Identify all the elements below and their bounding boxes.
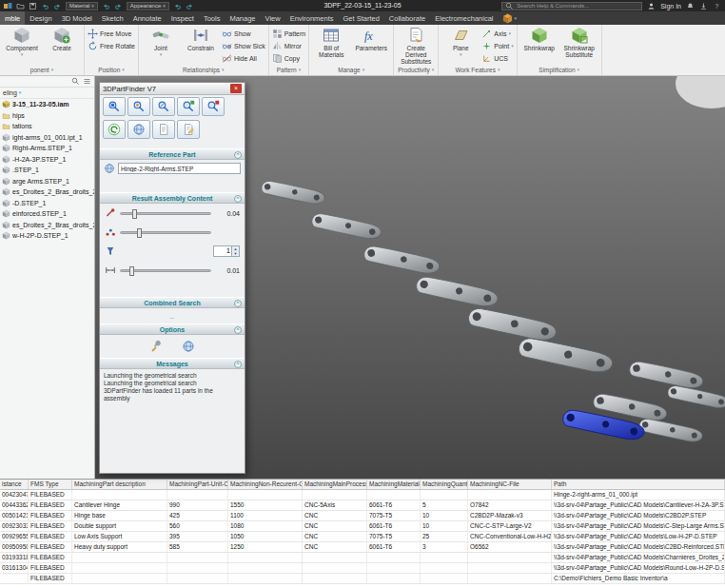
ribbon-button-ucs[interactable]: UCS bbox=[481, 53, 513, 64]
browser-filter-dropdown[interactable]: eling ▾ bbox=[0, 88, 94, 99]
close-icon[interactable]: × bbox=[230, 84, 242, 93]
ribbon-button-free-rotate[interactable]: Free Rotate bbox=[88, 41, 135, 51]
appearance-undo-icon[interactable] bbox=[173, 2, 182, 10]
collapse-icon[interactable]: ^ bbox=[234, 361, 242, 368]
table-row[interactable]: 00501421468782062FILEBASEDHinge base4251… bbox=[0, 511, 725, 521]
column-header-machiningquantity[interactable]: MachiningQuantity bbox=[421, 480, 468, 489]
tab-design[interactable]: Design bbox=[25, 11, 56, 25]
browser-item[interactable]: arge Arms.STEP_1 bbox=[0, 176, 94, 187]
parameter-slider[interactable] bbox=[120, 231, 211, 234]
table-row[interactable]: 00950950797219629FILEBASEDHeavy duty sup… bbox=[0, 542, 725, 553]
column-header-machiningnon-recurent-cost[interactable]: MachiningNon-Recurent-Cost bbox=[228, 480, 303, 489]
reference-part-input[interactable] bbox=[118, 163, 241, 174]
download-icon[interactable] bbox=[699, 2, 708, 10]
search-icon[interactable] bbox=[71, 77, 80, 86]
partfinder-title-bar[interactable]: 3DPartFinder V7 × bbox=[100, 83, 245, 95]
ribbon-button-show-sick[interactable]: Show Sick bbox=[222, 41, 265, 51]
globe-icon[interactable] bbox=[182, 340, 195, 353]
parameter-slider[interactable] bbox=[120, 269, 211, 272]
browser-item[interactable]: -H-2A-3P.STEP_1 bbox=[0, 154, 94, 166]
slider-handle[interactable] bbox=[137, 228, 142, 238]
search-3d-part-button[interactable] bbox=[103, 97, 126, 116]
table-row[interactable]: 00923033094273122FILEBASEDDouble support… bbox=[0, 521, 725, 532]
appearance-dropdown[interactable]: Appearance▾ bbox=[127, 2, 169, 10]
collapse-icon[interactable]: ^ bbox=[234, 300, 242, 307]
app-logo-icon[interactable] bbox=[4, 2, 12, 10]
column-header-machiningmaterial[interactable]: MachiningMaterial bbox=[367, 480, 421, 489]
section-header-options[interactable]: Options ^ bbox=[100, 323, 245, 335]
slider-handle[interactable] bbox=[129, 266, 134, 276]
browser-item[interactable]: es_Droites_2_Bras_droits_2 perç bbox=[0, 186, 94, 198]
undo-icon[interactable] bbox=[41, 2, 49, 10]
ribbon-button-point[interactable]: Point▾ bbox=[481, 41, 513, 51]
tab-extra-button[interactable]: ▾ bbox=[499, 11, 521, 25]
ribbon-button-hide-all[interactable]: Hide All bbox=[222, 53, 265, 64]
browser-item[interactable]: es_Droites_2_Bras_droits_2 perç bbox=[0, 220, 94, 231]
ribbon-button-parameters[interactable]: fxParameters bbox=[352, 26, 390, 52]
ribbon-button-plane[interactable]: Plane▾ bbox=[441, 26, 480, 58]
table-row[interactable]: 03161304519481FILEBASED\\3d-srv-04\Parta… bbox=[0, 563, 725, 574]
browser-item[interactable]: 3-15_11-23-05.iam bbox=[0, 99, 94, 110]
save-icon[interactable] bbox=[29, 2, 37, 10]
material-redo-icon[interactable] bbox=[114, 2, 123, 10]
tab-view[interactable]: View bbox=[261, 11, 285, 25]
tab-electromechanical[interactable]: Electromechanical bbox=[430, 11, 498, 25]
ribbon-button-shrinkwrap[interactable]: Shrinkwrap bbox=[520, 26, 558, 52]
browser-item[interactable]: w-H-2P-D.STEP_1 bbox=[0, 230, 94, 242]
web-search-button[interactable] bbox=[127, 120, 150, 139]
ribbon-button-shrinkwrap-substitute[interactable]: Shrinkwrap Substitute bbox=[560, 26, 598, 59]
browser-item[interactable]: -D.STEP_1 bbox=[0, 198, 94, 209]
browser-item[interactable]: hips bbox=[0, 110, 94, 122]
spinner-down-icon[interactable]: ▼ bbox=[232, 251, 239, 256]
section-header-result-assembly-content[interactable]: Result Assembly Content ^ bbox=[100, 192, 245, 204]
table-row[interactable]: 00929655611257112FILEBASEDLow Axis Suppo… bbox=[0, 532, 725, 542]
help-icon[interactable]: ? bbox=[713, 2, 721, 10]
ribbon-group-label-pattern[interactable]: Pattern▾ bbox=[269, 65, 309, 74]
tab-annotate[interactable]: Annotate bbox=[128, 11, 167, 25]
slider-handle[interactable] bbox=[132, 209, 137, 219]
column-header-machiningpart-unit-cost[interactable]: MachiningPart-Unit-Cost bbox=[167, 480, 228, 489]
search-similar-button[interactable] bbox=[127, 97, 150, 116]
tab-mble[interactable]: mble bbox=[0, 11, 25, 25]
search-assembly-button[interactable] bbox=[177, 97, 200, 116]
browser-item[interactable]: Right-Arms.STEP_1 bbox=[0, 143, 94, 154]
ribbon-button-pattern[interactable]: Pattern bbox=[272, 29, 306, 39]
open-icon[interactable] bbox=[16, 2, 25, 10]
ribbon-button-component[interactable]: Component▾ bbox=[3, 26, 41, 58]
browser-item[interactable]: .STEP_1 bbox=[0, 165, 94, 176]
browser-item[interactable]: einforced.STEP_1 bbox=[0, 208, 94, 220]
material-dropdown[interactable]: Material▾ bbox=[66, 2, 98, 10]
ribbon-button-create-derived-substitutes[interactable]: Create Derived Substitutes bbox=[397, 26, 435, 66]
column-header-machiningpart-description[interactable]: MachiningPart description bbox=[72, 480, 167, 489]
tab-sketch[interactable]: Sketch bbox=[97, 11, 128, 25]
tab-3d-model[interactable]: 3D Model bbox=[57, 11, 97, 25]
ribbon-button-joint[interactable]: Joint▾ bbox=[142, 26, 180, 58]
ribbon-button-free-move[interactable]: Free Move bbox=[88, 29, 135, 39]
section-header-combined-search[interactable]: Combined Search ^ bbox=[100, 297, 245, 308]
help-search-input[interactable]: Search Help & Commands... bbox=[501, 2, 642, 10]
quantity-spinner[interactable]: 1▲▼ bbox=[213, 245, 240, 257]
browser-item[interactable]: ight-arms_01_001.ipt_1 bbox=[0, 132, 94, 144]
collapse-icon[interactable]: ^ bbox=[234, 326, 242, 334]
ribbon-button-copy[interactable]: Copy bbox=[272, 53, 306, 64]
sign-in-button[interactable]: Sign In bbox=[660, 3, 681, 10]
notifications-icon[interactable] bbox=[686, 2, 695, 10]
appearance-redo-icon[interactable] bbox=[186, 2, 194, 10]
menu-icon[interactable] bbox=[83, 77, 91, 86]
ribbon-button-bill-of-materials[interactable]: Bill of Materials bbox=[312, 26, 350, 59]
table-row[interactable]: 00423047543653906FILEBASEDHinge-2-right-… bbox=[0, 490, 725, 500]
redo-icon[interactable] bbox=[53, 2, 62, 10]
section-header-messages[interactable]: Messages ^ bbox=[100, 358, 245, 369]
part[interactable] bbox=[310, 201, 382, 250]
column-header-path[interactable]: Path bbox=[552, 480, 725, 489]
table-row[interactable]: 03193318559220603FILEBASED\\3d-srv-04\Pa… bbox=[0, 553, 725, 563]
table-row[interactable]: FILEBASEDC:\Demo\Fichiers_Demo Basic Inv… bbox=[0, 574, 725, 584]
column-header-fms-type[interactable]: FMS Type bbox=[29, 480, 72, 489]
notes-button[interactable] bbox=[177, 120, 200, 139]
tab-tools[interactable]: Tools bbox=[199, 11, 225, 25]
back-button[interactable] bbox=[103, 120, 126, 139]
browser-item[interactable]: tations bbox=[0, 121, 94, 132]
viewcube-partial[interactable] bbox=[676, 76, 725, 108]
column-header-machiningnc-file[interactable]: MachiningNC-File bbox=[468, 480, 552, 489]
column-header-machiningmainprocess[interactable]: MachiningMainProcess bbox=[303, 480, 367, 489]
